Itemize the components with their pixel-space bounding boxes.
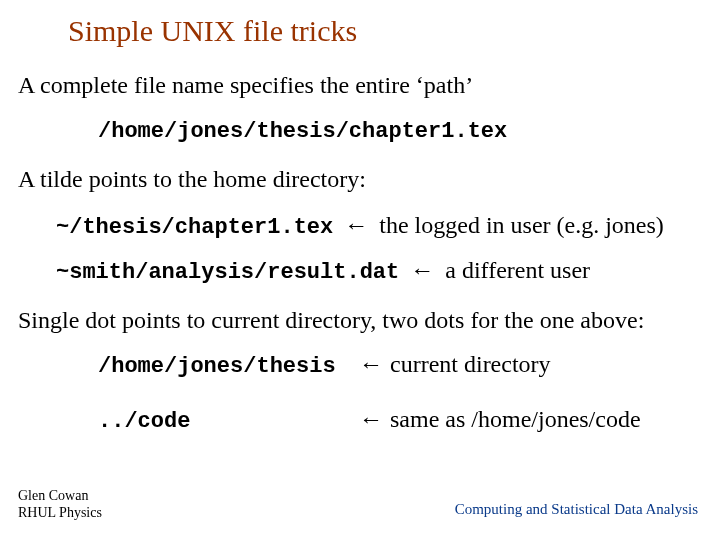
arrow-icon: ← (409, 255, 435, 285)
arrow-icon: ← (358, 349, 384, 379)
code-full-path: /home/jones/thesis/chapter1.tex (98, 114, 700, 146)
slide: Simple UNIX file tricks A complete file … (0, 0, 720, 540)
example-tilde-self: ~/thesis/chapter1.tex ← the logged in us… (56, 210, 700, 242)
arrow-icon: ← (343, 210, 369, 240)
footer-author-block: Glen Cowan RHUL Physics (18, 488, 102, 522)
arrow-icon: ← (358, 404, 384, 434)
footer-affiliation: RHUL Physics (18, 505, 102, 522)
paragraph-tilde-intro: A tilde points to the home directory: (18, 164, 700, 194)
code-tilde-other: ~smith/analysis/result.dat (56, 259, 399, 287)
code-current-dir: /home/jones/thesis (98, 353, 358, 381)
example-tilde-other: ~smith/analysis/result.dat ← a different… (56, 255, 700, 287)
code-tilde-self: ~/thesis/chapter1.tex (56, 214, 333, 242)
dot-examples: /home/jones/thesis ← current directory .… (98, 349, 700, 436)
example-parent-dir: ../code ← same as /home/jones/code (98, 404, 700, 436)
example-current-dir: /home/jones/thesis ← current directory (98, 349, 700, 381)
footer-course: Computing and Statistical Data Analysis (455, 501, 698, 518)
paragraph-path-intro: A complete file name specifies the entir… (18, 70, 700, 100)
code-parent-dir: ../code (98, 408, 358, 436)
desc-tilde-self: the logged in user (e.g. jones) (379, 210, 664, 240)
code-text: /home/jones/thesis/chapter1.tex (98, 119, 507, 144)
desc-tilde-other: a different user (445, 255, 590, 285)
slide-body: A complete file name specifies the entir… (18, 62, 700, 460)
slide-title: Simple UNIX file tricks (68, 14, 357, 48)
paragraph-dots-intro: Single dot points to current directory, … (18, 305, 700, 335)
desc-parent-dir: same as /home/jones/code (390, 404, 641, 434)
desc-current-dir: current directory (390, 349, 551, 379)
footer-author: Glen Cowan (18, 488, 102, 505)
